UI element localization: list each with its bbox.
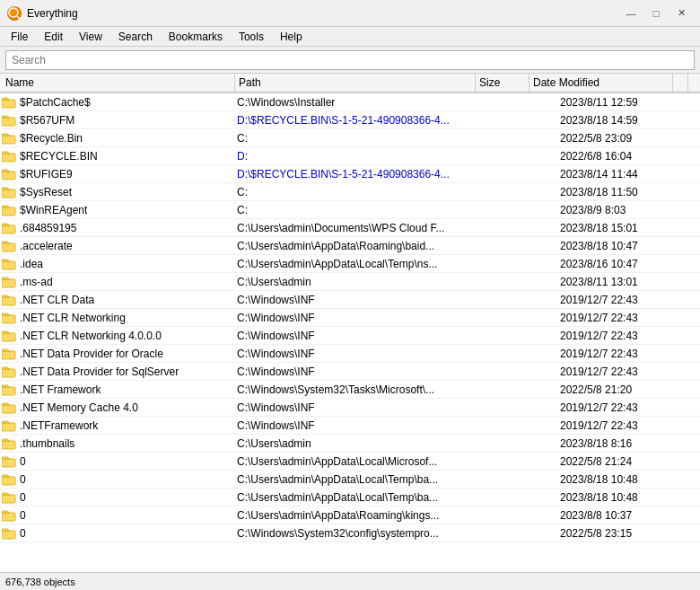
table-row[interactable]: .NET FrameworkC:\Windows\System32\Tasks\… [0,381,700,399]
file-name: .684859195 [20,222,76,234]
menu-item-help[interactable]: Help [273,29,310,45]
table-row[interactable]: .ideaC:\Users\admin\AppData\Local\Temp\n… [0,255,700,273]
table-row[interactable]: 0C:\Windows\System32\config\systempro...… [0,524,700,542]
table-row[interactable]: .NET Memory Cache 4.0C:\Windows\INF2019/… [0,399,700,417]
svg-rect-10 [2,243,15,251]
table-row[interactable]: .ms-adC:\Users\admin2023/8/11 13:01 [0,273,700,291]
file-date-cell: 2019/12/7 22:43 [556,365,700,378]
folder-icon [2,312,16,324]
folder-icon [2,348,16,360]
file-date-cell: 2023/8/11 13:01 [556,276,700,288]
table-row[interactable]: 0C:\Users\admin\AppData\Local\Microsof..… [0,453,700,471]
file-date-cell: 2019/12/7 22:43 [556,401,700,414]
folder-icon [2,401,16,414]
column-header-path[interactable]: Path [235,74,476,92]
file-date-cell: 2023/8/18 11:50 [556,186,700,198]
file-name-cell: $RUFIGE9 [0,168,233,181]
close-button[interactable]: ✕ [669,4,693,22]
menu-item-tools[interactable]: Tools [232,29,271,45]
file-date-cell: 2023/8/9 8:03 [556,204,700,216]
menu-item-edit[interactable]: Edit [37,29,70,45]
file-date-cell: 2023/8/18 10:48 [556,491,700,504]
table-row[interactable]: .NETFrameworkC:\Windows\INF2019/12/7 22:… [0,417,700,435]
folder-icon [2,365,16,378]
file-path-cell: C:\Users\admin [233,437,503,450]
file-name-cell: 0 [0,473,233,486]
table-row[interactable]: 0C:\Users\admin\AppData\Local\Temp\ba...… [0,471,700,489]
file-date-cell: 2019/12/7 22:43 [556,312,700,324]
table-row[interactable]: $R567UFMD:\$RECYCLE.BIN\S-1-5-21-4909083… [0,111,700,129]
file-name: $R567UFM [20,114,74,127]
status-text: 676,738 objects [5,577,75,587]
file-path-cell: C:\Users\admin\AppData\Roaming\baid... [233,240,503,252]
column-header-name[interactable]: Name [2,74,235,92]
file-name: 0 [20,455,26,468]
table-row[interactable]: $SysResetC:2023/8/18 11:50 [0,183,700,201]
table-row[interactable]: $PatchCache$C:\Windows\Installer2023/8/1… [0,93,700,111]
svg-rect-3 [2,118,15,126]
file-date-cell: 2023/8/8 10:37 [556,509,700,522]
folder-icon [2,509,16,522]
table-row[interactable]: .NET Data Provider for OracleC:\Windows\… [0,345,700,363]
table-row[interactable]: $RUFIGE9D:\$RECYCLE.BIN\S-1-5-21-4909083… [0,165,700,183]
table-row[interactable]: $WinREAgentC:2023/8/9 8:03 [0,201,700,219]
file-date-cell: 2022/5/8 23:15 [556,527,700,540]
file-path-cell: C:\Windows\System32\Tasks\Microsoft\... [233,383,503,396]
svg-rect-24 [2,495,15,503]
file-name-cell: .NET CLR Data [0,294,233,306]
file-path-cell: C:\Windows\INF [233,365,503,378]
file-date-cell: 2019/12/7 22:43 [556,348,700,360]
folder-icon [2,132,16,145]
file-path-cell: C:\Users\admin\AppData\Local\Microsof... [233,455,503,468]
maximize-button[interactable]: □ [644,4,668,22]
file-name: .idea [20,258,43,270]
file-date-cell: 2023/8/18 8:16 [556,437,700,450]
file-path-cell: C: [233,132,503,145]
table-row[interactable]: 0C:\Users\admin\AppData\Roaming\kings...… [0,506,700,524]
menu-item-bookmarks[interactable]: Bookmarks [162,29,230,45]
file-name: .thumbnails [20,437,74,450]
title-bar-left: Everything [7,6,78,21]
table-row[interactable]: .accelerateC:\Users\admin\AppData\Roamin… [0,237,700,255]
table-row[interactable]: .NET CLR Networking 4.0.0.0C:\Windows\IN… [0,327,700,345]
search-input[interactable] [5,50,695,70]
file-date-cell: 2019/12/7 22:43 [556,419,700,432]
table-row[interactable]: $Recycle.BinC:2022/5/8 23:09 [0,129,700,147]
file-name-cell: 0 [0,455,233,468]
file-name-cell: .NET Data Provider for Oracle [0,348,233,360]
folder-icon [2,240,16,252]
file-date-cell: 2023/8/14 11:44 [556,168,700,181]
table-row[interactable]: .thumbnailsC:\Users\admin2023/8/18 8:16 [0,435,700,453]
table-row[interactable]: .NET Data Provider for SqlServerC:\Windo… [0,363,700,381]
minimize-button[interactable]: — [619,4,643,22]
title-bar: Everything — □ ✕ [0,0,700,27]
folder-icon [2,294,16,306]
folder-icon [2,491,16,504]
table-row[interactable]: .684859195C:\Users\admin\Documents\WPS C… [0,219,700,237]
window-controls: — □ ✕ [619,4,693,22]
table-row[interactable]: .NET CLR NetworkingC:\Windows\INF2019/12… [0,309,700,327]
table-row[interactable]: .NET CLR DataC:\Windows\INF2019/12/7 22:… [0,291,700,309]
file-name: .NET Data Provider for Oracle [20,348,163,360]
column-header-size[interactable]: Size [476,74,529,92]
menu-item-search[interactable]: Search [111,29,160,45]
file-name-cell: .NET CLR Networking [0,312,233,324]
column-header-date_modified[interactable]: Date Modified [529,74,673,92]
file-name-cell: .NETFramework [0,419,233,432]
file-date-cell: 2022/5/8 21:24 [556,455,700,468]
table-row[interactable]: 0C:\Users\admin\AppData\Local\Temp\ba...… [0,489,700,506]
menu-item-view[interactable]: View [72,29,109,45]
status-bar: 676,738 objects [0,572,700,590]
file-path-cell: C:\Users\admin\AppData\Local\Temp\ba... [233,491,503,504]
table-row[interactable]: $RECYCLE.BIND:2022/6/8 16:04 [0,147,700,165]
file-name-cell: .idea [0,258,233,270]
file-date-cell: 2019/12/7 22:43 [556,330,700,342]
file-name-cell: 0 [0,527,233,540]
svg-rect-4 [2,136,15,144]
file-name: .NET Data Provider for SqlServer [20,365,179,378]
menu-item-file[interactable]: File [4,29,35,45]
app-title: Everything [27,7,78,20]
file-name: .ms-ad [20,276,53,288]
file-date-cell: 2022/5/8 23:09 [556,132,700,145]
file-name-cell: $Recycle.Bin [0,132,233,145]
